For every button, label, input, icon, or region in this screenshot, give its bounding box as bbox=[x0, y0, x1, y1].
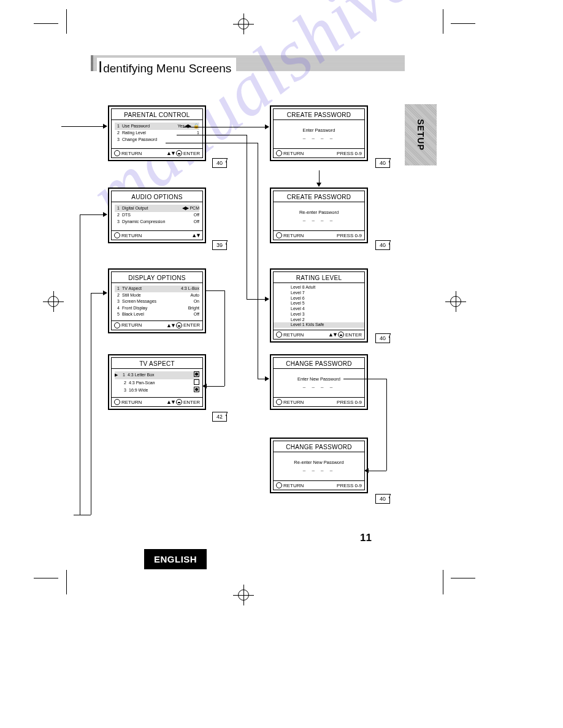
connector bbox=[368, 471, 386, 471]
lock-icon: 🔒 bbox=[193, 123, 199, 130]
connector bbox=[206, 386, 224, 387]
page-ref: 39 bbox=[212, 240, 227, 250]
page-ref: 40 bbox=[375, 494, 390, 504]
connector bbox=[177, 135, 247, 135]
arrowhead-icon bbox=[202, 384, 207, 389]
password-dashes: – – – – bbox=[277, 133, 361, 146]
menu-item: 2 DTS Off bbox=[115, 212, 199, 219]
arrowhead-icon bbox=[364, 468, 369, 473]
menu-item: 2 Still Mode Auto bbox=[115, 292, 199, 299]
connector bbox=[258, 143, 258, 379]
register-mark bbox=[233, 13, 254, 34]
updown-icon: ▲▼ bbox=[191, 232, 200, 238]
box-title: RATING LEVEL bbox=[274, 272, 364, 283]
rating-item: Level 7 bbox=[274, 290, 364, 296]
box-create-password-2: CREATE PASSWORD Re-enter Password – – – … bbox=[270, 188, 368, 243]
connector bbox=[183, 127, 266, 127]
rating-item: Level 1 Kids Safe bbox=[274, 322, 364, 328]
menu-item: 4 Front Display Bright bbox=[115, 305, 199, 312]
return-icon bbox=[276, 150, 282, 156]
arrowhead-icon bbox=[316, 183, 321, 187]
box-display-options: DISPLAY OPTIONS 1 TV Aspect 4:3 L-Box 2 … bbox=[108, 268, 206, 333]
rating-item: Level 8 Adult bbox=[274, 285, 364, 290]
page-ref: 40 bbox=[375, 333, 390, 343]
connector bbox=[91, 293, 91, 515]
return-icon bbox=[276, 232, 282, 238]
box-title: DISPLAY OPTIONS bbox=[112, 272, 202, 283]
connector bbox=[61, 126, 104, 127]
register-mark bbox=[445, 291, 466, 312]
box-title: CHANGE PASSWORD bbox=[274, 441, 364, 452]
crop-mark bbox=[451, 23, 475, 24]
password-dashes: – – – – bbox=[277, 465, 361, 478]
connector bbox=[224, 290, 225, 386]
arrowhead-icon bbox=[265, 297, 269, 301]
page-number: 11 bbox=[360, 532, 372, 544]
menu-item: 1 TV Aspect 4:3 L-Box bbox=[115, 286, 199, 292]
register-mark bbox=[43, 291, 64, 312]
menu-item: 1 Use Password Yes◀▶ 🔒 bbox=[115, 123, 199, 130]
crop-mark bbox=[443, 9, 443, 34]
prompt-text: Enter Password bbox=[277, 123, 361, 133]
rating-item: Level 4 bbox=[274, 306, 364, 312]
crop-mark bbox=[66, 570, 67, 594]
crop-mark bbox=[451, 578, 475, 578]
connector bbox=[319, 170, 320, 184]
page-ref: 40 bbox=[212, 158, 227, 168]
arrowhead-icon bbox=[103, 290, 107, 295]
connector bbox=[74, 515, 91, 515]
return-icon bbox=[114, 232, 120, 238]
box-audio-options: AUDIO OPTIONS 1 Digital Output ◀▶ PCM 2 … bbox=[108, 188, 206, 243]
menu-item: ▶1 4:3 Letter Box bbox=[115, 371, 199, 379]
box-title: PARENTAL CONTROL bbox=[112, 109, 202, 120]
box-title: CHANGE PASSWORD bbox=[274, 358, 364, 369]
return-icon bbox=[276, 332, 282, 338]
crop-mark bbox=[34, 578, 58, 578]
prompt-text: Enter New Password bbox=[277, 371, 361, 382]
prompt-text: Re-enter New Password bbox=[277, 455, 361, 465]
page-ref: 40 bbox=[375, 158, 390, 168]
language-badge: ENGLISH bbox=[144, 549, 207, 569]
box-tv-aspect: TV ASPECT ▶1 4:3 Letter Box 2 4:3 Pan-Sc… bbox=[108, 354, 206, 410]
menu-item: 3 Change Password bbox=[115, 137, 199, 143]
box-title: CREATE PASSWORD bbox=[274, 191, 364, 202]
updown-icon: ▲▼ bbox=[166, 322, 175, 328]
return-icon bbox=[276, 399, 282, 405]
rating-item: Level 5 bbox=[274, 301, 364, 306]
register-mark bbox=[233, 585, 254, 605]
connector bbox=[80, 214, 80, 515]
updown-icon: ▲▼ bbox=[166, 399, 175, 405]
connector bbox=[386, 379, 387, 471]
box-parental-control: PARENTAL CONTROL 1 Use Password Yes◀▶ 🔒 … bbox=[108, 105, 206, 161]
menu-item: 1 Digital Output ◀▶ PCM bbox=[115, 205, 199, 212]
menu-item: 3 Screen Messages On bbox=[115, 298, 199, 305]
return-icon bbox=[114, 322, 120, 328]
rating-item: Level 6 bbox=[274, 296, 364, 301]
connector bbox=[166, 143, 258, 143]
menu-item: 3 Dynamic Compression Off bbox=[115, 219, 199, 226]
password-dashes: – – – – bbox=[277, 382, 361, 395]
connector bbox=[91, 293, 104, 294]
updown-icon: ▲▼ bbox=[166, 150, 175, 156]
arrowhead-icon bbox=[103, 212, 107, 217]
arrowhead-icon bbox=[103, 124, 107, 129]
radio-icon bbox=[194, 379, 199, 385]
box-create-password-1: CREATE PASSWORD Enter Password – – – – R… bbox=[270, 105, 368, 161]
password-dashes: – – – – bbox=[277, 215, 361, 228]
connector bbox=[206, 290, 224, 291]
enter-icon bbox=[176, 399, 182, 405]
box-change-password-2: CHANGE PASSWORD Re-enter New Password – … bbox=[270, 438, 368, 493]
enter-icon bbox=[176, 150, 182, 156]
return-icon bbox=[276, 482, 282, 488]
menu-item: 2 4:3 Pan-Scan bbox=[115, 379, 199, 387]
box-title: CREATE PASSWORD bbox=[274, 109, 364, 120]
box-title: TV ASPECT bbox=[112, 358, 202, 369]
connector bbox=[80, 214, 104, 215]
page-title: Identifying Menu Screens bbox=[97, 58, 236, 77]
box-change-password-1: CHANGE PASSWORD Enter New Password – – –… bbox=[270, 354, 368, 410]
page-ref: 42 bbox=[212, 412, 227, 422]
dotted-trim bbox=[74, 5, 342, 7]
radio-icon bbox=[194, 371, 199, 377]
rating-item: Level 3 bbox=[274, 312, 364, 317]
crop-mark bbox=[66, 9, 67, 34]
